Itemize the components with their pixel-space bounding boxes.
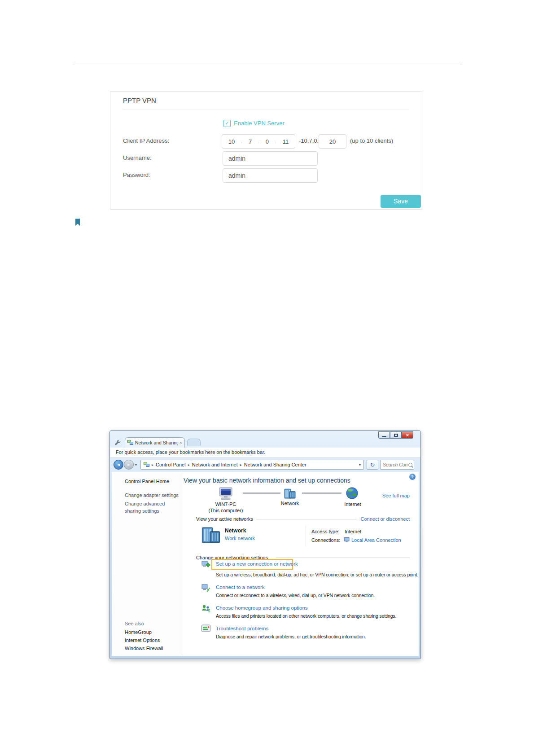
ip-dot: . — [241, 139, 242, 144]
troubleshoot-link[interactable]: Troubleshoot problems — [216, 626, 268, 631]
sidebar-item-homegroup[interactable]: HomeGroup — [125, 629, 152, 635]
sidebar: Control Panel Home Change adapter settin… — [112, 472, 182, 656]
refresh-button[interactable] — [367, 460, 378, 470]
client-ip-input[interactable]: 10 . 7 . 0 . 11 — [222, 134, 295, 149]
connect-network-desc: Connect or reconnect to a wireless, wire… — [216, 593, 375, 598]
address-favicon-network-icon — [144, 462, 149, 467]
maximize-button[interactable] — [390, 431, 402, 439]
address-dropdown-icon[interactable]: ▾ — [359, 463, 361, 467]
sidebar-item-control-panel-home[interactable]: Control Panel Home — [125, 479, 169, 484]
sidebar-see-also-label: See also — [125, 621, 144, 626]
homegroup-options-link[interactable]: Choose homegroup and sharing options — [216, 605, 308, 611]
map-computer-label: WIN7-PC — [195, 501, 256, 507]
clients-hint: (up to 10 clients) — [350, 137, 393, 144]
work-network-link[interactable]: Work network — [225, 536, 255, 541]
map-network-label: Network — [270, 501, 310, 506]
breadcrumb-network-sharing-center[interactable]: Network and Sharing Center — [244, 462, 306, 467]
bookmarks-bar: For quick access, place your bookmarks h… — [110, 448, 420, 458]
page-content: Control Panel Home Change adapter settin… — [112, 472, 419, 656]
tab-network-sharing-center[interactable]: Network and Sharing Cent × — [125, 437, 185, 448]
sidebar-item-internet-options[interactable]: Internet Options — [125, 637, 160, 643]
wrench-icon[interactable] — [115, 440, 121, 446]
breadcrumb-sep-icon: ▸ — [152, 463, 153, 467]
forward-button[interactable]: ► — [124, 460, 134, 470]
local-area-connection-link[interactable]: Local Area Connection — [351, 537, 401, 543]
ip-range-end-input[interactable]: 20 — [319, 134, 346, 149]
ip-dot: . — [258, 139, 259, 144]
breadcrumb-network-internet[interactable]: Network and Internet — [192, 462, 238, 467]
client-ip-label: Client IP Address: — [123, 137, 169, 144]
setup-connection-link[interactable]: Set up a new connection or network — [216, 561, 298, 567]
section-rule — [256, 519, 357, 519]
navigation-bar: ◄ ► ▾ ▸ Control Panel ▸ Network and Inte… — [110, 457, 420, 472]
search-magnifier-icon — [408, 463, 412, 467]
ip-dot: . — [275, 139, 276, 144]
history-dropdown-icon[interactable]: ▾ — [135, 463, 137, 467]
browser-window: Network and Sharing Cent × × For quick a… — [109, 430, 421, 659]
back-button[interactable]: ◄ — [114, 460, 123, 470]
password-label: Password: — [123, 171, 150, 178]
homegroup-options-desc: Access files and printers located on oth… — [216, 613, 396, 619]
address-bar[interactable]: ▸ Control Panel ▸ Network and Internet ▸… — [140, 460, 364, 470]
active-network-name: Network — [225, 527, 246, 534]
sidebar-item-change-advanced-sharing[interactable]: Change advanced sharing settings — [125, 501, 179, 515]
window-titlebar[interactable]: Network and Sharing Cent × × — [110, 431, 420, 448]
tab-title: Network and Sharing Cent — [135, 440, 178, 445]
ip-range-end-value[interactable]: 20 — [329, 138, 336, 145]
setup-connection-icon — [201, 560, 210, 569]
breadcrumb-sep-icon: ▸ — [188, 463, 190, 467]
ip-octet[interactable]: 7 — [249, 138, 252, 145]
access-type-value: Internet — [345, 529, 361, 534]
homegroup-icon — [201, 604, 210, 613]
lan-connection-icon — [344, 537, 350, 543]
map-link-line — [243, 492, 280, 494]
ip-octet[interactable]: 11 — [283, 138, 289, 145]
panel-title: PPTP VPN — [123, 97, 156, 104]
network-building-icon — [284, 488, 296, 499]
active-networks-label: View your active networks — [196, 516, 253, 522]
help-icon[interactable] — [409, 474, 416, 480]
save-button[interactable]: Save — [381, 195, 421, 208]
pptp-vpn-panel: PPTP VPN Enable VPN Server Client IP Add… — [110, 91, 422, 210]
connect-disconnect-link[interactable]: Connect or disconnect — [361, 516, 410, 522]
username-label: Username: — [123, 154, 152, 161]
search-box[interactable] — [380, 460, 414, 470]
enable-vpn-checkbox[interactable] — [223, 120, 231, 127]
connections-label: Connections: — [311, 537, 340, 543]
connect-network-icon — [201, 583, 210, 592]
password-field[interactable] — [223, 168, 318, 183]
sidebar-item-windows-firewall[interactable]: Windows Firewall — [125, 646, 163, 651]
connect-network-link[interactable]: Connect to a network — [216, 585, 265, 590]
close-button[interactable]: × — [402, 431, 413, 439]
close-icon: × — [406, 432, 409, 438]
username-field[interactable] — [223, 151, 318, 166]
map-computer-sublabel: (This computer) — [195, 508, 256, 513]
troubleshoot-icon — [201, 624, 210, 633]
map-link-line — [302, 492, 341, 494]
bookmarks-hint: For quick access, place your bookmarks h… — [116, 449, 265, 455]
ip-octet[interactable]: 10 — [228, 138, 235, 145]
minimize-button[interactable] — [378, 431, 390, 439]
note-bookmark-icon — [75, 219, 80, 226]
panel-title-rule — [123, 110, 409, 110]
section-rule — [276, 558, 410, 558]
tab-close-icon[interactable]: × — [179, 440, 182, 445]
breadcrumb-sep-icon: ▸ — [240, 463, 242, 467]
ip-octet[interactable]: 0 — [266, 138, 269, 145]
new-tab-button[interactable] — [187, 439, 201, 446]
window-controls: × — [378, 431, 413, 439]
breadcrumb-control-panel[interactable]: Control Panel — [156, 462, 186, 467]
page-title: View your basic network information and … — [184, 477, 350, 484]
see-full-map-link[interactable]: See full map — [382, 493, 410, 498]
search-input[interactable] — [381, 462, 408, 467]
enable-vpn-label[interactable]: Enable VPN Server — [234, 120, 285, 127]
tab-favicon-network-icon — [127, 440, 133, 445]
active-network-divider — [306, 526, 306, 546]
internet-globe-icon — [346, 487, 358, 499]
sidebar-item-change-adapter-settings[interactable]: Change adapter settings — [125, 492, 179, 498]
page-top-rule — [73, 64, 462, 64]
active-network-building-icon — [201, 526, 220, 544]
setup-connection-desc: Set up a wireless, broadband, dial-up, a… — [216, 572, 418, 577]
access-type-label: Access type: — [311, 529, 339, 534]
minimize-icon — [382, 436, 386, 437]
